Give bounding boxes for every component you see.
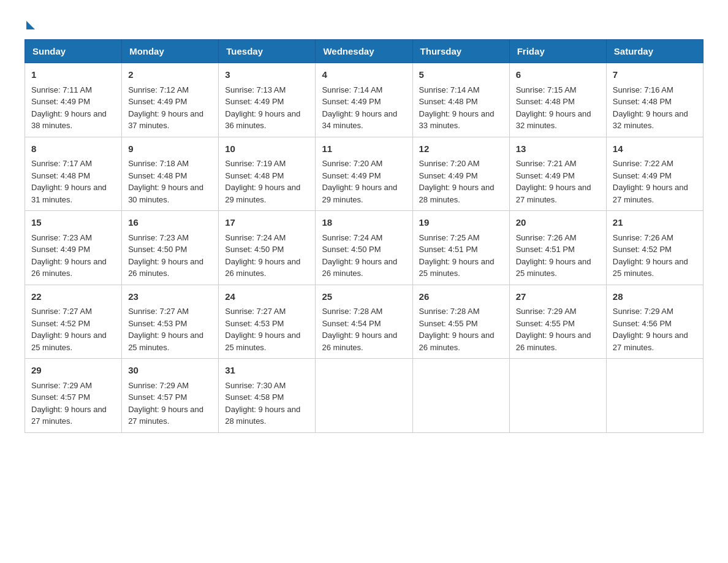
weekday-header-monday: Monday <box>122 40 219 63</box>
daylight-label: Daylight: 9 hours and 27 minutes. <box>128 405 203 426</box>
daylight-label: Daylight: 9 hours and 25 minutes. <box>128 331 203 352</box>
daylight-label: Daylight: 9 hours and 36 minutes. <box>225 109 300 131</box>
sunset-label: Sunset: 4:57 PM <box>31 393 90 402</box>
sunset-label: Sunset: 4:48 PM <box>613 97 672 106</box>
logo <box>25 18 35 27</box>
sunset-label: Sunset: 4:49 PM <box>516 171 575 180</box>
day-number: 22 <box>31 290 115 304</box>
calendar-cell: 10Sunrise: 7:19 AMSunset: 4:48 PMDayligh… <box>219 137 316 211</box>
day-number: 9 <box>128 142 212 156</box>
calendar-cell: 24Sunrise: 7:27 AMSunset: 4:53 PMDayligh… <box>219 285 316 359</box>
sunrise-label: Sunrise: 7:16 AM <box>613 85 673 94</box>
calendar-cell: 22Sunrise: 7:27 AMSunset: 4:52 PMDayligh… <box>25 285 122 359</box>
calendar-cell: 16Sunrise: 7:23 AMSunset: 4:50 PMDayligh… <box>122 211 219 285</box>
day-number: 3 <box>225 68 309 82</box>
calendar-cell: 15Sunrise: 7:23 AMSunset: 4:49 PMDayligh… <box>25 211 122 285</box>
daylight-label: Daylight: 9 hours and 26 minutes. <box>225 257 300 278</box>
sunset-label: Sunset: 4:49 PM <box>419 171 478 180</box>
calendar-table: SundayMondayTuesdayWednesdayThursdayFrid… <box>25 39 703 433</box>
calendar-cell: 17Sunrise: 7:24 AMSunset: 4:50 PMDayligh… <box>219 211 316 285</box>
day-number: 16 <box>128 216 212 230</box>
day-number: 15 <box>31 216 115 230</box>
calendar-week-3: 15Sunrise: 7:23 AMSunset: 4:49 PMDayligh… <box>25 211 703 285</box>
sunrise-label: Sunrise: 7:20 AM <box>419 159 480 168</box>
calendar-cell: 23Sunrise: 7:27 AMSunset: 4:53 PMDayligh… <box>122 285 219 359</box>
daylight-label: Daylight: 9 hours and 29 minutes. <box>225 183 300 204</box>
sunrise-label: Sunrise: 7:26 AM <box>613 233 673 242</box>
calendar-cell: 3Sunrise: 7:13 AMSunset: 4:49 PMDaylight… <box>219 63 316 137</box>
sunrise-label: Sunrise: 7:27 AM <box>128 307 189 316</box>
calendar-cell: 28Sunrise: 7:29 AMSunset: 4:56 PMDayligh… <box>606 285 703 359</box>
day-number: 17 <box>225 216 309 230</box>
day-number: 6 <box>516 68 600 82</box>
sunset-label: Sunset: 4:56 PM <box>613 319 672 328</box>
sunrise-label: Sunrise: 7:20 AM <box>322 159 382 168</box>
daylight-label: Daylight: 9 hours and 33 minutes. <box>419 109 495 131</box>
day-number: 24 <box>225 290 309 304</box>
sunrise-label: Sunrise: 7:24 AM <box>322 233 382 242</box>
day-number: 10 <box>225 142 309 156</box>
calendar-cell: 12Sunrise: 7:20 AMSunset: 4:49 PMDayligh… <box>412 137 509 211</box>
day-number: 12 <box>419 142 503 156</box>
calendar-cell: 31Sunrise: 7:30 AMSunset: 4:58 PMDayligh… <box>219 359 316 433</box>
calendar-cell: 26Sunrise: 7:28 AMSunset: 4:55 PMDayligh… <box>412 285 509 359</box>
daylight-label: Daylight: 9 hours and 27 minutes. <box>31 405 107 426</box>
sunset-label: Sunset: 4:49 PM <box>225 97 284 106</box>
daylight-label: Daylight: 9 hours and 25 minutes. <box>613 257 688 278</box>
daylight-label: Daylight: 9 hours and 31 minutes. <box>31 183 107 204</box>
calendar-cell <box>606 359 703 433</box>
day-number: 23 <box>128 290 212 304</box>
sunrise-label: Sunrise: 7:27 AM <box>225 307 286 316</box>
sunset-label: Sunset: 4:52 PM <box>31 319 90 328</box>
sunset-label: Sunset: 4:57 PM <box>128 393 187 402</box>
weekday-header-tuesday: Tuesday <box>219 40 316 63</box>
daylight-label: Daylight: 9 hours and 28 minutes. <box>225 405 300 426</box>
calendar-cell: 1Sunrise: 7:11 AMSunset: 4:49 PMDaylight… <box>25 63 122 137</box>
calendar-week-2: 8Sunrise: 7:17 AMSunset: 4:48 PMDaylight… <box>25 137 703 211</box>
sunrise-label: Sunrise: 7:29 AM <box>31 381 92 390</box>
sunrise-label: Sunrise: 7:19 AM <box>225 159 286 168</box>
sunset-label: Sunset: 4:49 PM <box>31 97 90 106</box>
sunset-label: Sunset: 4:51 PM <box>516 245 575 254</box>
calendar-cell: 19Sunrise: 7:25 AMSunset: 4:51 PMDayligh… <box>412 211 509 285</box>
weekday-header-saturday: Saturday <box>606 40 703 63</box>
sunset-label: Sunset: 4:54 PM <box>322 319 381 328</box>
day-number: 26 <box>419 290 503 304</box>
calendar-cell <box>412 359 509 433</box>
sunrise-label: Sunrise: 7:23 AM <box>31 233 92 242</box>
day-number: 27 <box>516 290 600 304</box>
daylight-label: Daylight: 9 hours and 27 minutes. <box>516 183 591 204</box>
day-number: 14 <box>613 142 697 156</box>
calendar-cell: 13Sunrise: 7:21 AMSunset: 4:49 PMDayligh… <box>509 137 606 211</box>
daylight-label: Daylight: 9 hours and 38 minutes. <box>31 109 107 131</box>
daylight-label: Daylight: 9 hours and 32 minutes. <box>516 109 591 131</box>
sunset-label: Sunset: 4:49 PM <box>128 97 187 106</box>
sunset-label: Sunset: 4:49 PM <box>613 171 672 180</box>
calendar-cell: 21Sunrise: 7:26 AMSunset: 4:52 PMDayligh… <box>606 211 703 285</box>
daylight-label: Daylight: 9 hours and 28 minutes. <box>419 183 495 204</box>
calendar-cell: 4Sunrise: 7:14 AMSunset: 4:49 PMDaylight… <box>316 63 412 137</box>
day-number: 11 <box>322 142 406 156</box>
sunrise-label: Sunrise: 7:29 AM <box>516 307 577 316</box>
daylight-label: Daylight: 9 hours and 26 minutes. <box>128 257 203 278</box>
calendar-cell: 20Sunrise: 7:26 AMSunset: 4:51 PMDayligh… <box>509 211 606 285</box>
daylight-label: Daylight: 9 hours and 25 minutes. <box>225 331 300 352</box>
day-number: 18 <box>322 216 406 230</box>
sunset-label: Sunset: 4:49 PM <box>31 245 90 254</box>
daylight-label: Daylight: 9 hours and 27 minutes. <box>613 183 688 204</box>
calendar-cell: 29Sunrise: 7:29 AMSunset: 4:57 PMDayligh… <box>25 359 122 433</box>
day-number: 8 <box>31 142 115 156</box>
calendar-cell: 27Sunrise: 7:29 AMSunset: 4:55 PMDayligh… <box>509 285 606 359</box>
day-number: 28 <box>613 290 697 304</box>
sunset-label: Sunset: 4:48 PM <box>31 171 90 180</box>
calendar-cell: 18Sunrise: 7:24 AMSunset: 4:50 PMDayligh… <box>316 211 412 285</box>
daylight-label: Daylight: 9 hours and 26 minutes. <box>322 331 397 352</box>
daylight-label: Daylight: 9 hours and 34 minutes. <box>322 109 397 131</box>
sunset-label: Sunset: 4:49 PM <box>322 97 381 106</box>
calendar-cell: 30Sunrise: 7:29 AMSunset: 4:57 PMDayligh… <box>122 359 219 433</box>
sunrise-label: Sunrise: 7:24 AM <box>225 233 286 242</box>
daylight-label: Daylight: 9 hours and 32 minutes. <box>613 109 688 131</box>
sunset-label: Sunset: 4:53 PM <box>225 319 284 328</box>
weekday-header-thursday: Thursday <box>412 40 509 63</box>
sunrise-label: Sunrise: 7:29 AM <box>128 381 189 390</box>
